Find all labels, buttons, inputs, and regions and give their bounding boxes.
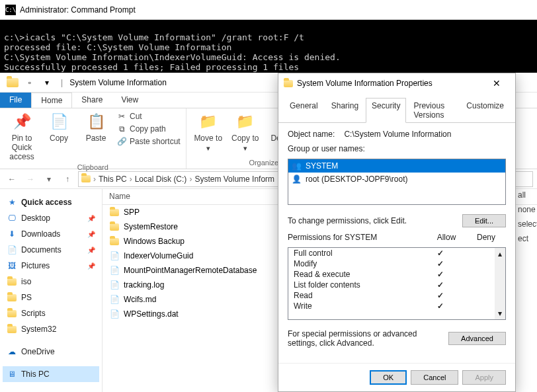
- desktop-icon: 🖵: [7, 213, 17, 223]
- pin-icon: 📌: [87, 247, 95, 254]
- crumb-thispc[interactable]: This PC: [99, 175, 127, 184]
- nav-system32[interactable]: System32: [3, 321, 99, 337]
- tab-general[interactable]: General: [284, 98, 324, 123]
- user-root[interactable]: 👤root (DESKTOP-JOPF9\root): [288, 173, 505, 186]
- deny-header: Deny: [466, 233, 506, 242]
- user-icon: 👤: [291, 174, 302, 184]
- apply-button[interactable]: Apply: [462, 370, 506, 385]
- cmd-icon: C:\: [5, 5, 16, 15]
- folder-icon: [7, 292, 17, 303]
- qat-dropdown-icon[interactable]: ▾: [40, 75, 54, 90]
- chevron-down-icon[interactable]: ▾: [498, 309, 502, 318]
- pin-icon: 📌: [11, 111, 32, 132]
- advanced-button[interactable]: Advanced: [448, 332, 506, 345]
- crumb-localdisk[interactable]: Local Disk (C:): [135, 175, 187, 184]
- file-icon: 📄: [109, 309, 120, 319]
- tab-home[interactable]: Home: [31, 93, 72, 108]
- paste-shortcut-button[interactable]: 🔗Paste shortcut: [116, 136, 181, 147]
- tab-security[interactable]: Security: [366, 98, 406, 123]
- object-path: C:\System Volume Information: [344, 130, 451, 139]
- ok-button[interactable]: OK: [370, 370, 407, 385]
- paste-button[interactable]: 📋 Paste: [79, 111, 112, 143]
- history-dropdown[interactable]: ▾: [41, 171, 57, 187]
- navigation-pane[interactable]: ★Quick access 🖵Desktop📌 ⬇Downloads📌 📄Doc…: [0, 189, 103, 392]
- group-users-label: Group or user names:: [288, 144, 506, 153]
- nav-quick-access[interactable]: ★Quick access: [3, 194, 99, 210]
- folder-icon: [284, 80, 293, 87]
- copy-button[interactable]: 📄 Copy: [42, 111, 75, 143]
- cmd-output[interactable]: c:\>icacls "C:\System Volume Information…: [0, 20, 537, 73]
- check-icon: ✓: [421, 291, 460, 300]
- group-icon: 👥: [291, 161, 302, 171]
- copy-to-button[interactable]: 📁Copy to▾: [229, 111, 262, 153]
- chevron-right-icon[interactable]: ›: [189, 175, 192, 184]
- folder-icon: [7, 324, 17, 334]
- check-icon: ✓: [421, 249, 460, 258]
- advanced-text: For special permissions or advanced sett…: [288, 329, 442, 348]
- folder-icon: [109, 221, 120, 232]
- tab-customize[interactable]: Customize: [460, 98, 510, 123]
- folder-icon: [109, 207, 120, 217]
- copy-path-icon: ⧉: [116, 124, 127, 134]
- user-system[interactable]: 👥SYSTEM: [288, 159, 505, 173]
- cut-icon: ✂: [116, 111, 127, 122]
- paste-icon: 📋: [85, 111, 106, 132]
- dialog-title: System Volume Information Properties: [297, 79, 433, 88]
- dialog-titlebar[interactable]: System Volume Information Properties ✕: [278, 73, 515, 93]
- tab-file[interactable]: File: [0, 93, 31, 108]
- nav-thispc[interactable]: 🖥This PC: [3, 366, 99, 382]
- nav-onedrive[interactable]: ☁OneDrive: [3, 344, 99, 360]
- check-icon: ✓: [421, 259, 460, 268]
- explorer-title: System Volume Information: [69, 78, 167, 87]
- user-list[interactable]: 👥SYSTEM 👤root (DESKTOP-JOPF9\root): [288, 159, 506, 205]
- qat-properties-icon[interactable]: ▫: [22, 75, 37, 90]
- pin-quick-access-button[interactable]: 📌 Pin to Quick access: [5, 111, 38, 161]
- copy-icon: 📄: [48, 111, 69, 132]
- perm-row: Write✓: [288, 301, 505, 311]
- documents-icon: 📄: [7, 245, 17, 255]
- move-to-button[interactable]: 📁Move to▾: [192, 111, 225, 153]
- nav-iso[interactable]: iso: [3, 274, 99, 290]
- tab-sharing[interactable]: Sharing: [325, 98, 364, 123]
- permissions-list[interactable]: Full control✓ Modify✓ Read & execute✓ Li…: [288, 247, 506, 320]
- properties-dialog: System Volume Information Properties ✕ G…: [278, 73, 516, 392]
- permissions-header: Permissions for SYSTEM: [288, 233, 427, 242]
- copy-path-button[interactable]: ⧉Copy path: [116, 124, 181, 134]
- nav-documents[interactable]: 📄Documents📌: [3, 242, 99, 258]
- explorer-folder-icon: [5, 75, 20, 90]
- forward-button[interactable]: →: [22, 171, 38, 187]
- shortcut-icon: 🔗: [116, 136, 127, 147]
- nav-pictures[interactable]: 🖼Pictures📌: [3, 258, 99, 274]
- file-icon: 📄: [109, 294, 120, 305]
- ribbon-select-group-cut: all none selecti ect: [516, 188, 537, 246]
- pin-icon: 📌: [87, 262, 95, 270]
- chevron-right-icon[interactable]: ›: [93, 175, 96, 184]
- pin-icon: 📌: [87, 231, 95, 238]
- nav-downloads[interactable]: ⬇Downloads📌: [3, 226, 99, 242]
- up-button[interactable]: ↑: [60, 171, 75, 187]
- nav-desktop[interactable]: 🖵Desktop📌: [3, 210, 99, 226]
- tab-share[interactable]: Share: [72, 93, 112, 108]
- cut-button[interactable]: ✂Cut: [116, 111, 181, 122]
- tab-view[interactable]: View: [112, 93, 147, 108]
- check-icon: ✓: [421, 280, 460, 290]
- file-icon: 📄: [109, 265, 120, 276]
- crumb-svi[interactable]: System Volume Inform: [194, 175, 274, 184]
- nav-scripts[interactable]: Scripts: [3, 305, 99, 321]
- chevron-right-icon[interactable]: ›: [130, 175, 132, 184]
- copy-to-icon: 📁: [235, 111, 256, 132]
- back-button[interactable]: ←: [4, 171, 20, 187]
- edit-button[interactable]: Edit...: [462, 214, 506, 227]
- perm-row: List folder contents✓: [288, 280, 505, 290]
- close-button[interactable]: ✕: [483, 73, 510, 93]
- cancel-button[interactable]: Cancel: [411, 370, 458, 385]
- nav-ps[interactable]: PS: [3, 290, 99, 305]
- scrollbar[interactable]: ▴▾: [495, 248, 505, 319]
- allow-header: Allow: [427, 233, 466, 242]
- cmd-titlebar[interactable]: C:\ Administrator: Command Prompt: [0, 0, 537, 20]
- chevron-up-icon[interactable]: ▴: [498, 249, 502, 258]
- tab-previous-versions[interactable]: Previous Versions: [407, 98, 459, 123]
- change-permissions-text: To change permissions, click Edit.: [288, 216, 407, 225]
- perm-row: Read✓: [288, 290, 505, 301]
- perm-row: Modify✓: [288, 258, 505, 269]
